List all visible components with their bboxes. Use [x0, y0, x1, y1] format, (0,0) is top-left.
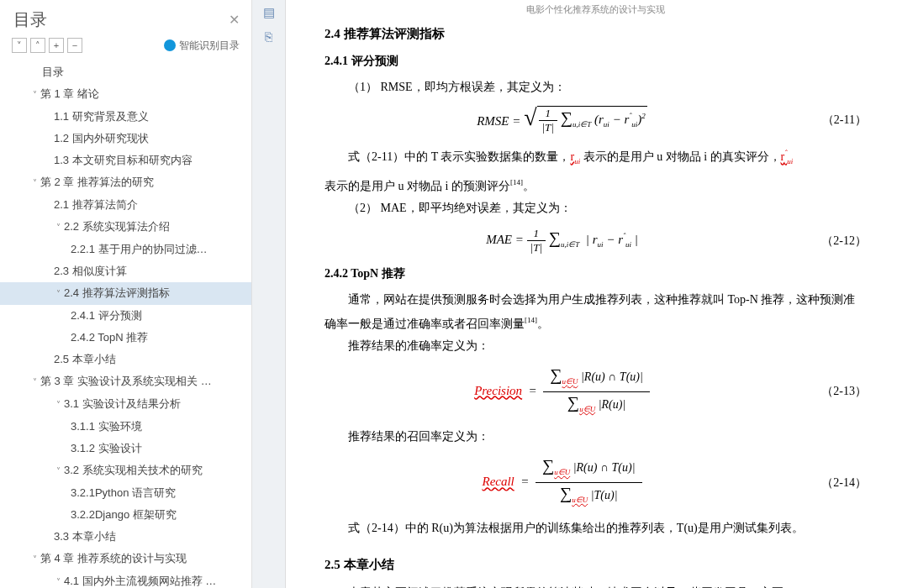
toc-item[interactable]: 1.1 研究背景及意义: [0, 106, 251, 128]
chevron-down-icon[interactable]: ˅: [54, 220, 62, 235]
formula-mae: MAE = 1 |T| ∑u,i∈T | rui − rˆui |: [325, 227, 799, 255]
add-button[interactable]: +: [49, 38, 64, 53]
equation-2-11: RMSE = √ 1 |T| ∑u,i∈T (rui − rˆui)2 （2-1…: [325, 106, 867, 134]
paragraph: 推荐结果的召回率定义为：: [325, 427, 867, 447]
chevron-down-icon[interactable]: ˅: [30, 176, 39, 191]
paragraph: （1） RMSE，即均方根误差，其定义为：: [325, 77, 867, 97]
heading-2-4-1: 2.4.1 评分预测: [325, 54, 867, 69]
chevron-down-icon[interactable]: ˅: [30, 87, 39, 102]
toc-item[interactable]: ˅3.1 实验设计及结果分析: [0, 393, 251, 416]
toc-item[interactable]: 2.3 相似度计算: [0, 260, 251, 282]
toc-item-label: 2.4.1 评分预测: [71, 309, 142, 322]
chevron-down-icon[interactable]: ˅: [30, 375, 39, 390]
paragraph: 推荐结果的准确率定义为：: [325, 336, 867, 356]
paragraph: 表示的是用户 u 对物品 i 的预测评分[14]。: [325, 172, 867, 197]
toc-item[interactable]: 3.1.1 实验环境: [0, 416, 251, 438]
heading-2-5: 2.5 本章小结: [325, 557, 867, 573]
toc-item-label: 目录: [42, 66, 64, 78]
toc-tree[interactable]: 目录˅第 1 章 绪论1.1 研究背景及意义1.2 国内外研究现状1.3 本文研…: [0, 58, 251, 588]
document-content[interactable]: 电影个性化推荐系统的设计与实现 2.4 推荐算法评测指标 2.4.1 评分预测 …: [286, 0, 897, 588]
toc-item-label: 1.2 国内外研究现状: [54, 132, 149, 144]
document-icon[interactable]: ▤: [261, 5, 277, 20]
equation-number: （2-12）: [799, 234, 867, 249]
toc-item[interactable]: 3.1.2 实验设计: [0, 438, 251, 459]
equation-number: （2-13）: [799, 384, 867, 399]
toc-item-label: 3.2 系统实现相关技术的研究: [64, 464, 203, 476]
chevron-down-icon[interactable]: ˅: [54, 464, 62, 479]
toc-item[interactable]: 2.1 推荐算法简介: [0, 194, 251, 216]
chevron-down-icon[interactable]: ˅: [30, 552, 39, 567]
toc-item-label: 1.1 研究背景及意义: [54, 110, 149, 123]
formula-precision: Precision = ∑u∈U |R(u) ∩ T(u)| ∑u∈U |R(u…: [325, 365, 799, 419]
toc-item-label: 4.1 国内外主流视频网站推荐 …: [64, 575, 216, 587]
collapse-up-button[interactable]: ˄: [30, 38, 45, 53]
toc-item[interactable]: ˅3.2 系统实现相关技术的研究: [0, 459, 251, 482]
toc-item[interactable]: 2.4.1 评分预测: [0, 305, 251, 327]
toc-item-label: 3.1.2 实验设计: [71, 442, 142, 454]
equation-number: （2-11）: [799, 113, 867, 128]
toc-item-label: 第 1 章 绪论: [40, 87, 99, 100]
toc-item[interactable]: ˅第 2 章 推荐算法的研究: [0, 171, 251, 194]
toc-item-label: 2.3 相似度计算: [54, 265, 127, 277]
toc-item[interactable]: ˅2.4 推荐算法评测指标: [0, 282, 251, 305]
equation-2-13: Precision = ∑u∈U |R(u) ∩ T(u)| ∑u∈U |R(u…: [325, 365, 867, 419]
equation-2-14: Recall = ∑u∈U |R(u) ∩ T(u)| ∑u∈U |T(u)| …: [325, 455, 867, 510]
equation-number: （2-14）: [799, 475, 867, 491]
toc-item-label: 第 3 章 实验设计及系统实现相关 …: [40, 375, 212, 387]
doc-tool-strip: ▤ ⎘: [252, 0, 286, 588]
toc-item[interactable]: 2.4.2 TopN 推荐: [0, 327, 251, 349]
paragraph: 通常，网站在提供预测服务时会选择为用户生成推荐列表，这种推荐就叫 Top-N 推…: [325, 290, 867, 334]
smart-toc-label: 智能识别目录: [179, 39, 240, 53]
toc-item-label: 2.2 系统实现算法介绍: [64, 220, 170, 233]
toc-item-label: 2.4.2 TopN 推荐: [71, 331, 148, 344]
heading-2-4-2: 2.4.2 TopN 推荐: [325, 266, 867, 281]
expand-down-button[interactable]: ˅: [12, 38, 27, 53]
formula-rmse: RMSE = √ 1 |T| ∑u,i∈T (rui − rˆui)2: [325, 106, 799, 134]
toc-item[interactable]: 1.2 国内外研究现状: [0, 128, 251, 150]
toc-item-label: 3.1 实验设计及结果分析: [64, 397, 181, 410]
toc-item-label: 3.2.1Python 语言研究: [71, 486, 176, 499]
toc-item-label: 第 4 章 推荐系统的设计与实现: [40, 552, 187, 564]
formula-recall: Recall = ∑u∈U |R(u) ∩ T(u)| ∑u∈U |T(u)|: [325, 455, 799, 510]
toc-item-label: 3.3 本章小结: [54, 530, 116, 543]
smart-toc-toggle[interactable]: 智能识别目录: [164, 39, 240, 53]
toc-item[interactable]: ˅2.2 系统实现算法介绍: [0, 216, 251, 239]
toc-item-label: 第 2 章 推荐算法的研究: [40, 176, 154, 188]
toc-item[interactable]: ˅第 3 章 实验设计及系统实现相关 …: [0, 370, 251, 393]
toc-item-label: 2.1 推荐算法简介: [54, 198, 138, 211]
toc-item[interactable]: 3.3 本章小结: [0, 526, 251, 548]
toc-item[interactable]: ˅4.1 国内外主流视频网站推荐 …: [0, 570, 251, 588]
toc-item[interactable]: 2.2.1 基于用户的协同过滤…: [0, 239, 251, 260]
toc-item[interactable]: 目录: [0, 61, 251, 83]
smart-toc-icon: [164, 39, 176, 51]
paragraph: （2） MAE，即平均绝对误差，其定义为：: [325, 198, 867, 218]
toc-item[interactable]: 1.3 本文研究目标和研究内容: [0, 150, 251, 171]
sidebar-title: 目录: [13, 8, 47, 31]
page-running-header: 电影个性化推荐系统的设计与实现: [325, 3, 867, 19]
toc-item[interactable]: ˅第 4 章 推荐系统的设计与实现: [0, 548, 251, 570]
chevron-down-icon[interactable]: ˅: [54, 397, 62, 412]
chevron-down-icon[interactable]: ˅: [54, 286, 62, 302]
remove-button[interactable]: −: [67, 38, 82, 53]
sidebar-toolbar: ˅ ˄ + − 智能识别目录: [0, 36, 251, 58]
toc-item-label: 3.1.1 实验环境: [71, 420, 142, 433]
toc-item-label: 2.5 本章小结: [54, 353, 116, 365]
paragraph: 本章节主要阐述了推荐系统实现所需的算法基础、技术平台以及一些开发工具，主要: [325, 583, 867, 588]
toc-item[interactable]: 2.5 本章小结: [0, 349, 251, 370]
toc-item[interactable]: 3.2.1Python 语言研究: [0, 482, 251, 504]
toc-item-label: 2.4 推荐算法评测指标: [64, 286, 170, 299]
sidebar-header: 目录 ✕: [0, 0, 251, 36]
paragraph: 式（2-14）中的 R(u)为算法根据用户的训练集给出的推荐列表，T(u)是用户…: [325, 518, 867, 538]
paragraph: 式（2-11）中的 T 表示实验数据集的数量，rui 表示的是用户 u 对物品 …: [325, 143, 867, 171]
toc-item-label: 3.2.2Django 框架研究: [71, 508, 177, 521]
close-icon[interactable]: ✕: [229, 12, 240, 28]
bookmark-icon[interactable]: ⎘: [261, 29, 277, 44]
toc-item-label: 2.2.1 基于用户的协同过滤…: [71, 243, 208, 255]
toc-item[interactable]: ˅第 1 章 绪论: [0, 83, 251, 106]
equation-2-12: MAE = 1 |T| ∑u,i∈T | rui − rˆui | （2-12）: [325, 227, 867, 255]
heading-2-4: 2.4 推荐算法评测指标: [325, 26, 867, 42]
toc-item-label: 1.3 本文研究目标和研究内容: [54, 154, 193, 166]
outline-sidebar: 目录 ✕ ˅ ˄ + − 智能识别目录 目录˅第 1 章 绪论1.1 研究背景及…: [0, 0, 252, 588]
chevron-down-icon[interactable]: ˅: [54, 575, 62, 588]
toc-item[interactable]: 3.2.2Django 框架研究: [0, 504, 251, 526]
